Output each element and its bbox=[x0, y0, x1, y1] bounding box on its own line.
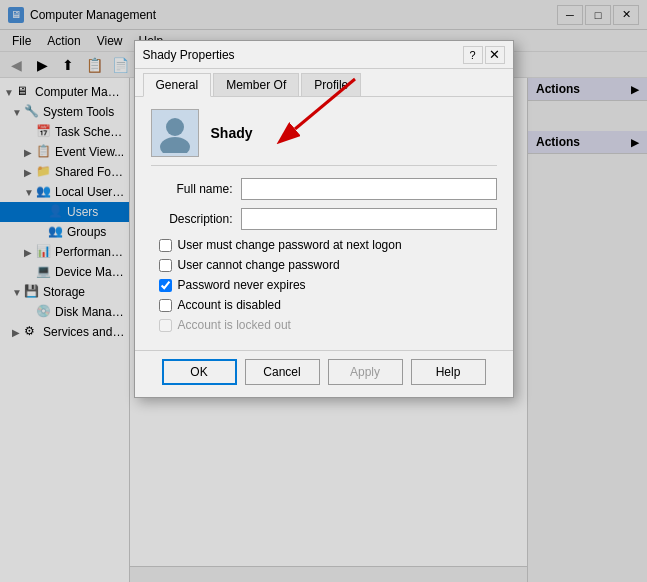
full-name-label: Full name: bbox=[151, 182, 241, 196]
dialog-help-button[interactable]: ? bbox=[463, 46, 483, 64]
checkbox-row-4: Account is disabled bbox=[151, 298, 497, 312]
checkbox-account-disabled[interactable] bbox=[159, 299, 172, 312]
dialog-title-bar: Shady Properties ? ✕ bbox=[135, 41, 513, 69]
user-avatar bbox=[151, 109, 199, 157]
svg-point-0 bbox=[166, 118, 184, 136]
dialog-title-controls: ? ✕ bbox=[463, 46, 505, 64]
checkbox-row-5: Account is locked out bbox=[151, 318, 497, 332]
checkbox-password-never-expires-label: Password never expires bbox=[178, 278, 306, 292]
full-name-row: Full name: bbox=[151, 178, 497, 200]
tab-profile[interactable]: Profile bbox=[301, 73, 361, 96]
checkbox-row-1: User must change password at next logon bbox=[151, 238, 497, 252]
tab-member-of[interactable]: Member Of bbox=[213, 73, 299, 96]
checkbox-row-2: User cannot change password bbox=[151, 258, 497, 272]
modal-overlay: Shady Properties ? ✕ General Member Of P… bbox=[0, 0, 647, 582]
apply-button[interactable]: Apply bbox=[328, 359, 403, 385]
checkbox-must-change-password[interactable] bbox=[159, 239, 172, 252]
dialog-content: Shady Full name: Description: User must … bbox=[135, 97, 513, 350]
checkbox-must-change-password-label: User must change password at next logon bbox=[178, 238, 402, 252]
description-row: Description: bbox=[151, 208, 497, 230]
tab-general[interactable]: General bbox=[143, 73, 212, 97]
user-info-header: Shady bbox=[151, 109, 497, 166]
checkbox-account-disabled-label: Account is disabled bbox=[178, 298, 281, 312]
cancel-button[interactable]: Cancel bbox=[245, 359, 320, 385]
dialog-title-text: Shady Properties bbox=[143, 48, 463, 62]
description-label: Description: bbox=[151, 212, 241, 226]
dialog-buttons: OK Cancel Apply Help bbox=[135, 350, 513, 397]
dialog-close-button[interactable]: ✕ bbox=[485, 46, 505, 64]
checkbox-cannot-change-password[interactable] bbox=[159, 259, 172, 272]
user-name: Shady bbox=[211, 125, 253, 141]
checkbox-cannot-change-password-label: User cannot change password bbox=[178, 258, 340, 272]
full-name-input[interactable] bbox=[241, 178, 497, 200]
checkbox-group: User must change password at next logon … bbox=[151, 238, 497, 332]
help-button[interactable]: Help bbox=[411, 359, 486, 385]
dialog-tabs: General Member Of Profile bbox=[135, 69, 513, 97]
checkbox-password-never-expires[interactable] bbox=[159, 279, 172, 292]
svg-point-1 bbox=[160, 137, 190, 153]
checkbox-account-locked-out bbox=[159, 319, 172, 332]
dialog-shady-properties: Shady Properties ? ✕ General Member Of P… bbox=[134, 40, 514, 398]
ok-button[interactable]: OK bbox=[162, 359, 237, 385]
description-input[interactable] bbox=[241, 208, 497, 230]
checkbox-account-locked-out-label: Account is locked out bbox=[178, 318, 291, 332]
checkbox-row-3: Password never expires bbox=[151, 278, 497, 292]
